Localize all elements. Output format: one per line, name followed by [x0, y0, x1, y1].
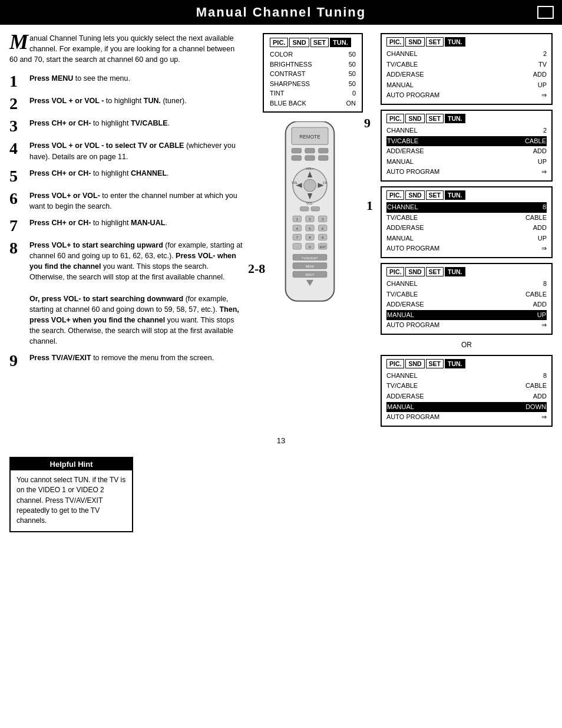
screen-panel-3: PIC. SND SET TUN. CHANNEL8 TV/CABLECABLE…	[381, 186, 553, 258]
p3-row-auto: AUTO PROGRAM⇒	[386, 243, 547, 254]
p2-row-adderase: ADD/ERASEADD	[386, 146, 547, 157]
p4-row-channel: CHANNEL8	[386, 279, 547, 289]
svg-text:CH: CH	[323, 181, 328, 185]
panel-2-rows: CHANNEL2 TV/CABLECABLE ADD/ERASEADD MANU…	[386, 126, 547, 177]
menu-row-sharpness: SHARPNESS50	[270, 79, 356, 89]
step-4: 4 Press VOL + or VOL - to select TV or C…	[9, 140, 245, 162]
header-box	[537, 6, 554, 19]
step-2-number: 2	[9, 95, 26, 112]
step-8: 8 Press VOL+ to start searching upward (…	[9, 240, 245, 347]
page-title: Manual Channel Tuning	[196, 5, 366, 19]
p2-tab-tun: TUN.	[445, 114, 465, 123]
step-1: 1 Press MENU to see the menu.	[9, 73, 245, 90]
panel-4-rows: CHANNEL8 TV/CABLECABLE ADD/ERASEADD MANU…	[386, 279, 547, 331]
svg-text:8: 8	[309, 235, 311, 239]
p5-tab-set: SET	[426, 359, 444, 368]
p5-tab-snd: SND	[405, 359, 424, 368]
p1-tab-pic: PIC.	[386, 37, 404, 47]
p2-row-manual: MANUALUP	[386, 157, 547, 167]
p3-row-adderase: ADD/ERASEADD	[386, 223, 547, 233]
p5-row-tvcable: TV/CABLECABLE	[386, 381, 547, 391]
svg-text:1: 1	[296, 217, 299, 221]
screen-panel-4: PIC. SND SET TUN. CHANNEL8 TV/CABLECABLE…	[381, 263, 553, 335]
p1-row-channel: CHANNEL2	[386, 49, 547, 60]
step-7: 7 Press CH+ or CH- to highlight MAN-UAL.	[9, 218, 245, 234]
svg-text:9: 9	[322, 235, 324, 239]
menu-row-brightness: BRIGHTNESS50	[270, 60, 356, 70]
svg-text:0: 0	[309, 245, 311, 249]
step-9-text: Press TV/AV/EXIT to remove the menu from…	[29, 353, 245, 363]
p5-tab-tun: TUN.	[445, 359, 465, 368]
svg-rect-8	[318, 156, 328, 160]
svg-rect-19	[300, 207, 308, 211]
p2-tab-pic: PIC.	[386, 114, 404, 123]
p4-tab-tun: TUN.	[445, 267, 465, 276]
p4-row-manual: MANUALUP	[386, 310, 547, 321]
tab-tun: TUN.	[330, 38, 351, 47]
svg-rect-6	[292, 156, 302, 160]
p1-tab-snd: SND	[405, 37, 424, 47]
svg-rect-4	[305, 148, 315, 153]
screen-panel-2: PIC. SND SET TUN. CHANNEL2 TV/CABLECABLE…	[381, 110, 553, 182]
p3-row-channel: CHANNEL8	[386, 202, 547, 213]
p4-row-tvcable: TV/CABLECABLE	[386, 289, 547, 300]
p1-row-tvcable: TV/CABLETV	[386, 60, 547, 70]
svg-text:MENU: MENU	[305, 265, 314, 268]
p1-tab-tun: TUN.	[445, 37, 465, 47]
panel-5-tabs: PIC. SND SET TUN.	[386, 359, 547, 368]
svg-text:VOL: VOL	[292, 181, 297, 185]
step-7-text: Press CH+ or CH- to highlight MAN-UAL.	[29, 218, 245, 228]
svg-rect-7	[305, 156, 315, 160]
screen-panel-5: PIC. SND SET TUN. CHANNEL8 TV/CABLECABLE…	[381, 355, 553, 427]
step-6-text: Press VOL+ or VOL- to enter the channel …	[29, 190, 245, 212]
step-9: 9 Press TV/AV/EXIT to remove the menu fr…	[9, 353, 245, 369]
left-column: M anual Channel Tuning lets you quickly …	[9, 33, 245, 427]
step-1-number: 1	[9, 73, 26, 90]
svg-text:7: 7	[296, 235, 299, 239]
step-2: 2 Press VOL + or VOL - to highlight TUN.…	[9, 95, 245, 112]
p1-row-auto: AUTO PROGRAM⇒	[386, 90, 547, 101]
intro-body: anual Channel Tuning lets you quickly se…	[9, 34, 234, 64]
step-5-text: Press CH+ or CH- to highlight CHANNEL.	[29, 168, 245, 179]
svg-text:4: 4	[296, 226, 299, 230]
panel-2-tabs: PIC. SND SET TUN.	[386, 114, 547, 123]
menu-row-tint: TINT0	[270, 88, 356, 98]
p3-tab-pic: PIC.	[386, 190, 404, 200]
svg-text:TV/AV/EXIT: TV/AV/EXIT	[302, 256, 318, 260]
step-5: 5 Press CH+ or CH- to highlight CHANNEL.	[9, 168, 245, 185]
step-1-text: Press MENU to see the menu.	[29, 73, 245, 84]
page-header: Manual Channel Tuning	[0, 0, 562, 25]
svg-text:.: .	[296, 245, 297, 249]
svg-point-10	[304, 179, 316, 192]
tab-snd: SND	[289, 38, 309, 47]
svg-text:ENT: ENT	[320, 245, 326, 249]
step-3-number: 3	[9, 118, 26, 134]
panel-1-rows: CHANNEL2 TV/CABLETV ADD/ERASEADD MANUALU…	[386, 49, 547, 101]
svg-text:6: 6	[322, 226, 324, 230]
p3-tab-tun: TUN.	[445, 190, 465, 200]
label-9: 9	[364, 116, 371, 131]
tab-pic: PIC.	[270, 38, 288, 47]
step-9-number: 9	[9, 353, 26, 369]
drop-cap: M	[9, 33, 28, 51]
main-content: M anual Channel Tuning lets you quickly …	[0, 25, 562, 427]
p5-row-adderase: ADD/ERASEADD	[386, 391, 547, 402]
p3-row-tvcable: TV/CABLECABLE	[386, 213, 547, 223]
remote-control: 9 1 2-8 REMOTE	[266, 121, 360, 306]
p3-tab-snd: SND	[405, 190, 424, 200]
step-5-number: 5	[9, 168, 26, 185]
p5-tab-pic: PIC.	[386, 359, 404, 368]
p1-row-manual: MANUALUP	[386, 80, 547, 91]
middle-column: PIC. SND SET TUN. COLOR50 BRIGHTNESS50 C…	[251, 33, 375, 427]
p1-row-adderase: ADD/ERASEADD	[386, 70, 547, 80]
panel-3-rows: CHANNEL8 TV/CABLECABLE ADD/ERASEADD MANU…	[386, 202, 547, 254]
hint-body: You cannot select TUN. if the TV is on t…	[11, 470, 132, 531]
label-2-8: 2-8	[248, 261, 265, 276]
p2-tab-set: SET	[426, 114, 444, 123]
p4-tab-pic: PIC.	[386, 267, 404, 276]
intro-text: M anual Channel Tuning lets you quickly …	[9, 33, 245, 65]
svg-text:5: 5	[309, 226, 311, 230]
panel-5-rows: CHANNEL8 TV/CABLECABLE ADD/ERASEADD MANU…	[386, 371, 547, 423]
svg-rect-20	[311, 207, 319, 211]
p4-tab-set: SET	[426, 267, 444, 276]
